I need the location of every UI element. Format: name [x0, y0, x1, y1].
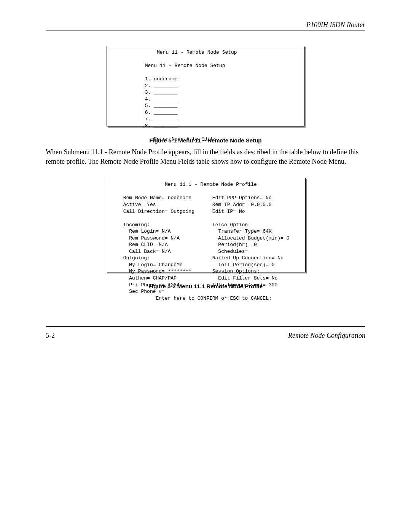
footer-rule: [46, 326, 365, 327]
page-header-title: P100IH ISDN Router: [46, 21, 365, 30]
terminal-figure-2: Menu 11.1 - Remote Node Profile Rem Node…: [106, 178, 306, 272]
page-footer: 5-2 Remote Node Configuration: [46, 326, 365, 340]
body-paragraph: When Submenu 11.1 - Remote Node Profile …: [46, 147, 365, 166]
figure-1-caption: Figure 5-1 Menu 11 – Remote Node Setup: [46, 137, 365, 144]
terminal-figure-1: Menu 11 - Remote Node Setup Menu 11 - Re…: [107, 46, 304, 126]
section-title: Remote Node Configuration: [288, 332, 365, 340]
page-number: 5-2: [46, 332, 55, 340]
page: P100IH ISDN Router Menu 11 - Remote Node…: [0, 0, 411, 532]
figure-2-caption: Figure 5-2 Menu 11.1 Remote Node Profile: [46, 283, 365, 289]
